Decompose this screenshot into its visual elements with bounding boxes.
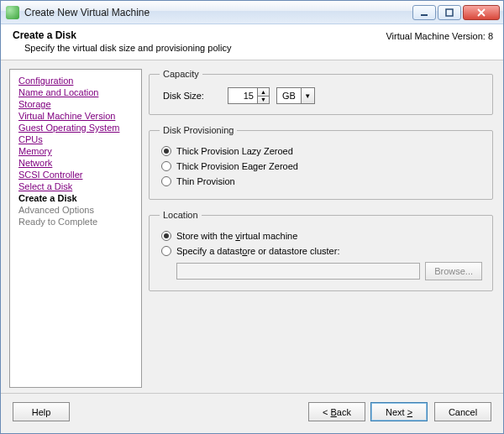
sidebar-item-storage[interactable]: Storage	[10, 98, 141, 110]
cancel-button[interactable]: Cancel	[434, 402, 491, 421]
sidebar-item-memory[interactable]: Memory	[10, 145, 141, 157]
maximize-icon	[445, 8, 454, 17]
sidebar-item-ready: Ready to Complete	[10, 216, 141, 227]
disk-size-input[interactable]	[228, 88, 257, 103]
capacity-group: Capacity Disk Size: ▲ ▼ GB ▼	[149, 69, 493, 115]
wizard-header: Create a Disk Specify the virtual disk s…	[1, 24, 503, 60]
spinner-up-button[interactable]: ▲	[257, 88, 269, 96]
wizard-footer: Help < Back Next > Cancel	[1, 393, 503, 433]
version-label: Virtual Machine Version: 8	[386, 31, 493, 41]
wizard-body: Configuration Name and Location Storage …	[1, 60, 503, 393]
sidebar-item-network[interactable]: Network	[10, 157, 141, 169]
nav-buttons: < Back Next >	[308, 402, 428, 421]
location-option-with-vm[interactable]: Store with the virtual machine	[160, 228, 482, 243]
sidebar-item-guest-os[interactable]: Guest Operating System	[10, 122, 141, 133]
provisioning-legend: Disk Provisioning	[160, 125, 237, 135]
window-controls	[412, 5, 500, 20]
sidebar-item-cpus[interactable]: CPUs	[10, 133, 141, 145]
svg-rect-0	[421, 14, 428, 16]
spinner-down-button[interactable]: ▼	[257, 96, 269, 104]
chevron-down-icon: ▼	[301, 88, 314, 103]
datastore-path-row: Browse...	[176, 262, 482, 280]
minimize-button[interactable]	[412, 5, 436, 20]
radio-icon	[161, 246, 171, 256]
sidebar-item-configuration[interactable]: Configuration	[10, 75, 141, 86]
radio-icon	[161, 146, 171, 156]
provisioning-option-lazy[interactable]: Thick Provision Lazy Zeroed	[160, 144, 482, 159]
sidebar-item-name-location[interactable]: Name and Location	[10, 86, 141, 98]
location-label: Store with the virtual machine	[176, 231, 297, 241]
capacity-legend: Capacity	[160, 69, 202, 79]
disk-size-row: Disk Size: ▲ ▼ GB ▼	[160, 87, 482, 104]
location-label: Specify a datastore or datastore cluster…	[176, 246, 339, 256]
disk-size-unit-select[interactable]: GB ▼	[276, 87, 315, 104]
sidebar-item-select-disk[interactable]: Select a Disk	[10, 180, 141, 192]
provisioning-label: Thick Provision Lazy Zeroed	[176, 146, 293, 156]
close-button[interactable]	[463, 5, 500, 20]
spinner-buttons: ▲ ▼	[257, 88, 269, 103]
location-legend: Location	[160, 210, 202, 220]
sidebar-item-create-disk: Create a Disk	[10, 192, 141, 204]
disk-size-label: Disk Size:	[163, 91, 204, 101]
cancel-group: Cancel	[434, 402, 491, 421]
app-icon	[6, 6, 19, 19]
svg-rect-1	[446, 9, 453, 16]
header-left: Create a Disk Specify the virtual disk s…	[13, 29, 231, 53]
location-option-specify[interactable]: Specify a datastore or datastore cluster…	[160, 243, 482, 259]
radio-icon	[161, 161, 171, 171]
sidebar-item-scsi[interactable]: SCSI Controller	[10, 169, 141, 180]
provisioning-group: Disk Provisioning Thick Provision Lazy Z…	[149, 125, 493, 200]
page-subtitle: Specify the virtual disk size and provis…	[24, 43, 231, 53]
sidebar-item-advanced: Advanced Options	[10, 204, 141, 216]
disk-size-unit-value: GB	[282, 91, 296, 101]
provisioning-option-thin[interactable]: Thin Provision	[160, 174, 482, 189]
close-icon	[477, 8, 486, 17]
window-title: Create New Virtual Machine	[24, 7, 412, 18]
wizard-main: Capacity Disk Size: ▲ ▼ GB ▼	[142, 60, 503, 393]
browse-button: Browse...	[425, 262, 482, 280]
wizard-steps-sidebar: Configuration Name and Location Storage …	[9, 69, 142, 388]
back-button[interactable]: < Back	[308, 402, 365, 421]
disk-size-spinner[interactable]: ▲ ▼	[228, 87, 270, 104]
wizard-window: Create New Virtual Machine Create a Disk…	[0, 0, 504, 434]
radio-icon	[161, 176, 171, 186]
provisioning-label: Thin Provision	[176, 176, 235, 186]
next-button[interactable]: Next >	[370, 402, 428, 421]
maximize-button[interactable]	[438, 5, 461, 20]
radio-icon	[161, 231, 171, 241]
location-group: Location Store with the virtual machine …	[149, 210, 493, 291]
provisioning-label: Thick Provision Eager Zeroed	[176, 161, 298, 171]
page-title: Create a Disk	[13, 29, 231, 41]
provisioning-option-eager[interactable]: Thick Provision Eager Zeroed	[160, 159, 482, 174]
sidebar-item-vm-version[interactable]: Virtual Machine Version	[10, 110, 141, 122]
datastore-path-input	[176, 263, 420, 280]
minimize-icon	[420, 8, 428, 17]
titlebar: Create New Virtual Machine	[1, 1, 503, 24]
help-button[interactable]: Help	[13, 402, 70, 421]
